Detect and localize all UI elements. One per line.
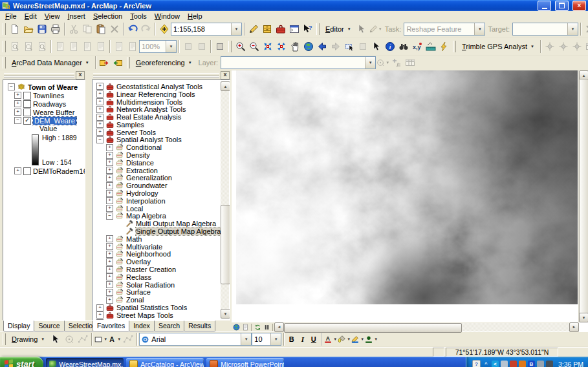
tree-expander-icon[interactable]: + xyxy=(106,281,113,288)
zoom-in-button[interactable] xyxy=(234,40,247,54)
tree-expander-icon[interactable]: + xyxy=(106,297,113,304)
map-vscroll-thumb[interactable] xyxy=(579,79,588,314)
scroll-down-icon[interactable]: ▼ xyxy=(221,309,230,319)
refresh-view-button[interactable] xyxy=(253,323,262,331)
toolbox-item-spatial-statistics-tools[interactable]: +Spatial Statistics Tools xyxy=(93,304,221,311)
tree-expander-icon[interactable]: + xyxy=(106,159,113,166)
toolbar-grip[interactable] xyxy=(453,41,456,52)
identify-button[interactable] xyxy=(383,40,397,54)
bold-button[interactable]: B xyxy=(286,333,297,346)
power-icon[interactable] xyxy=(546,361,553,367)
font-combo[interactable]: Arial▼ xyxy=(139,333,252,346)
toolbox-item-overlay[interactable]: +Overlay xyxy=(93,258,221,266)
toc-layer-dem-weare[interactable]: −✓DEM_Weare xyxy=(3,116,85,125)
combo-dropdown-icon[interactable]: ▼ xyxy=(270,333,281,345)
new-document-button[interactable] xyxy=(8,23,21,36)
underline-button[interactable]: U xyxy=(308,333,319,346)
tree-expander-icon[interactable]: + xyxy=(96,98,103,105)
tree-expander-icon[interactable]: + xyxy=(14,100,21,107)
map-hscroll-thumb[interactable] xyxy=(284,323,462,333)
fixed-zoom-in-button[interactable] xyxy=(261,40,274,54)
tree-expander-icon[interactable]: + xyxy=(96,83,103,90)
tree-expander-icon[interactable]: + xyxy=(106,197,113,204)
start-button[interactable]: start xyxy=(0,357,43,367)
toc-grab-handle[interactable] xyxy=(4,73,74,76)
help-icon[interactable]: ? xyxy=(472,360,481,367)
map-vertical-scrollbar[interactable]: ▲ ▼ xyxy=(578,70,588,322)
tree-expander-icon[interactable]: + xyxy=(96,311,103,319)
layout-view-button[interactable] xyxy=(241,323,250,331)
layer-checkbox[interactable] xyxy=(23,167,31,175)
tree-expander-icon[interactable]: − xyxy=(106,213,113,220)
tree-expander-icon[interactable]: + xyxy=(106,167,113,174)
toc-panel-header[interactable]: x xyxy=(3,71,85,79)
tree-expander-icon[interactable]: + xyxy=(14,92,21,99)
tab-index[interactable]: Index xyxy=(129,320,155,331)
toolbox-item-raster-creation[interactable]: +Raster Creation xyxy=(93,266,221,273)
tree-expander-icon[interactable]: + xyxy=(14,167,21,174)
bluetooth-icon[interactable]: B xyxy=(528,361,535,367)
font-color-button[interactable]: ▼ xyxy=(323,333,337,346)
display-icon[interactable] xyxy=(537,361,544,367)
tree-expander-icon[interactable]: + xyxy=(106,182,113,189)
toolbox-item-linear-referencing-tools[interactable]: +Linear Referencing Tools xyxy=(93,90,221,98)
menu-selection[interactable]: Selection xyxy=(89,12,126,21)
full-extent-button[interactable] xyxy=(301,40,315,54)
new-rectangle-button[interactable]: ▼ xyxy=(94,333,107,346)
menu-help[interactable]: Help xyxy=(184,12,206,21)
tab-source[interactable]: Source xyxy=(34,320,64,331)
whats-this-help-button[interactable] xyxy=(301,23,314,36)
wireless-icon[interactable] xyxy=(519,361,526,367)
hide-notifications-icon[interactable]: ^ xyxy=(483,361,490,367)
tab-search[interactable]: Search xyxy=(154,320,184,331)
tree-expander-icon[interactable]: + xyxy=(106,289,113,296)
toolbar-grip[interactable] xyxy=(3,41,6,52)
data-frame-tools-button[interactable] xyxy=(213,40,226,54)
toolbox-item-solar-radiation[interactable]: +Solar Radiation xyxy=(93,281,221,289)
select-elements-button[interactable] xyxy=(369,40,383,54)
tree-expander-icon[interactable]: + xyxy=(96,121,103,128)
select-features-button[interactable] xyxy=(342,40,356,54)
toolbox-item-local[interactable]: +Local xyxy=(93,205,221,213)
toolbox-item-multi-output-map-algebra[interactable]: Multi Output Map Algebra xyxy=(93,220,221,227)
toolbox-item-street-maps-tools[interactable]: +Street Maps Tools xyxy=(93,311,221,319)
tree-expander-icon[interactable]: + xyxy=(96,129,103,136)
toolbox-item-network-analyst-tools[interactable]: +Network Analyst Tools xyxy=(93,105,221,113)
select-elements-button[interactable] xyxy=(49,333,62,346)
restore-button[interactable] xyxy=(555,1,569,11)
map-scroll-right-icon[interactable]: ► xyxy=(569,322,579,332)
arctoolbox-close-icon[interactable]: x xyxy=(221,71,230,79)
tree-expander-icon[interactable]: + xyxy=(106,273,113,280)
combo-dropdown-icon[interactable]: ▼ xyxy=(231,23,241,35)
pause-drawing-button[interactable] xyxy=(262,323,271,331)
georeferencing-menu[interactable]: Georeferencing▼ xyxy=(132,58,196,68)
tree-expander-icon[interactable]: + xyxy=(96,90,103,98)
toolbox-item-server-tools[interactable]: +Server Tools xyxy=(93,129,221,136)
data-view-button[interactable] xyxy=(232,323,241,331)
save-button[interactable] xyxy=(35,23,49,36)
scrollbar-thumb[interactable] xyxy=(221,205,230,284)
find-button[interactable] xyxy=(397,40,410,54)
marker-color-button[interactable]: ▼ xyxy=(364,333,378,346)
fixed-zoom-out-button[interactable] xyxy=(274,40,288,54)
tree-expander-icon[interactable]: + xyxy=(96,106,103,113)
toolbox-item-multivariate[interactable]: +Multivariate xyxy=(93,243,221,251)
layer-checkbox[interactable] xyxy=(23,92,31,100)
tree-expander-icon[interactable]: + xyxy=(106,144,113,151)
italic-button[interactable]: I xyxy=(297,333,308,346)
arcpad-checkin-button[interactable] xyxy=(111,56,125,70)
tree-expander-icon[interactable]: + xyxy=(106,235,113,242)
menu-view[interactable]: View xyxy=(41,12,64,21)
taskbar-task-arcmap[interactable]: WeareStreetMap.mx... xyxy=(46,358,124,367)
tree-expander-icon[interactable]: + xyxy=(106,243,113,250)
toolbar-grip[interactable] xyxy=(127,57,130,68)
toolbox-item-real-estate-analysis[interactable]: +Real Estate Analysis xyxy=(93,113,221,121)
minimize-button[interactable] xyxy=(538,1,551,11)
toolbox-item-hydrology[interactable]: +Hydrology xyxy=(93,189,221,197)
map-scroll-down-icon[interactable]: ▼ xyxy=(579,313,588,322)
tree-expander-icon[interactable]: + xyxy=(106,251,113,258)
tab-display[interactable]: Display xyxy=(3,320,34,331)
editor-toolbar-toggle-button[interactable] xyxy=(246,23,260,36)
gps-analyst-menu[interactable]: Trimble GPS Analyst▼ xyxy=(458,41,538,52)
tree-expander-icon[interactable]: − xyxy=(8,83,15,90)
